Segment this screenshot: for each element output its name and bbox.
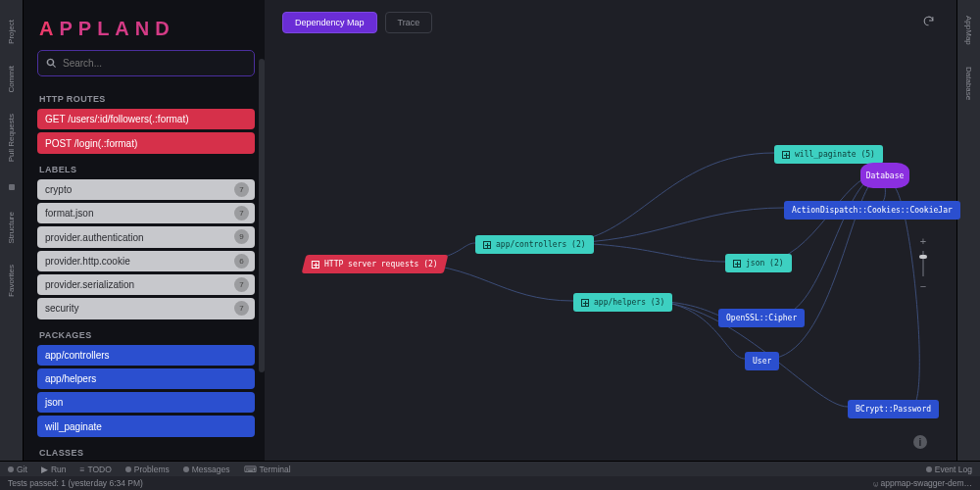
expand-icon — [483, 241, 491, 249]
messages-icon — [183, 466, 189, 472]
tw-todo[interactable]: ≡TODO — [79, 465, 111, 474]
bottom-toolwindows: Git ▶Run ≡TODO Problems Messages ⌨Termin… — [0, 461, 980, 476]
node-paginate[interactable]: will_paginate (5) — [774, 145, 883, 164]
dependency-graph[interactable]: HTTP server requests (2) app/controllers… — [265, 0, 956, 490]
label-item[interactable]: crypto7 — [37, 179, 255, 200]
rail-favorites[interactable]: Favorites — [7, 265, 16, 297]
app-root: Project Commit Pull Requests Structure F… — [0, 0, 980, 490]
package-item[interactable]: will_paginate — [37, 416, 255, 436]
tw-problems[interactable]: Problems — [125, 465, 170, 474]
node-json[interactable]: json (2) — [725, 254, 792, 272]
count-badge: 7 — [234, 277, 249, 292]
node-cipher[interactable]: OpenSSL::Cipher — [718, 309, 805, 327]
node-helpers[interactable]: app/helpers (3) — [573, 293, 672, 312]
rail-database[interactable]: Database — [964, 67, 973, 100]
count-badge: 6 — [234, 254, 249, 269]
expand-icon — [581, 299, 589, 307]
brand-logo: APPLAND — [39, 18, 255, 40]
search-input[interactable] — [63, 58, 246, 69]
route-item[interactable]: POST /login(.:format) — [37, 132, 255, 153]
right-tool-rail: AppMap Database — [956, 0, 980, 490]
labels-header: LABELS — [39, 165, 255, 174]
zoom-slider[interactable] — [922, 251, 924, 276]
tw-terminal[interactable]: ⌨Terminal — [244, 465, 291, 474]
expand-icon — [312, 261, 319, 269]
rail-appmap[interactable]: AppMap — [964, 16, 973, 45]
zoom-control: + − — [917, 235, 929, 292]
sidebar: APPLAND HTTP ROUTES GET /users/:id/follo… — [24, 0, 265, 490]
status-tests: Tests passed: 1 (yesterday 6:34 PM) — [8, 478, 143, 488]
routes-header: HTTP ROUTES — [39, 94, 255, 104]
main-canvas[interactable]: Dependency Map Trace — [265, 0, 956, 490]
tw-messages[interactable]: Messages — [183, 465, 230, 474]
rail-project[interactable]: Project — [7, 20, 16, 44]
package-item[interactable]: app/controllers — [37, 345, 255, 366]
search-box[interactable] — [37, 50, 255, 76]
count-badge: 7 — [234, 301, 249, 316]
node-database[interactable]: Database — [860, 163, 909, 188]
git-icon — [8, 466, 14, 472]
label-item[interactable]: format.json7 — [37, 203, 255, 223]
label-item[interactable]: provider.serialization7 — [37, 274, 255, 295]
label-item[interactable]: provider.http.cookie6 — [37, 251, 255, 271]
zoom-in-button[interactable]: + — [920, 235, 926, 247]
zoom-slider-thumb[interactable] — [919, 255, 927, 259]
tw-eventlog[interactable]: Event Log — [926, 465, 972, 474]
eventlog-icon — [926, 466, 932, 472]
zoom-out-button[interactable]: − — [920, 280, 926, 292]
info-button[interactable]: i — [913, 435, 927, 449]
classes-header: CLASSES — [39, 448, 255, 458]
rail-commit[interactable]: Commit — [7, 66, 16, 93]
rail-structure[interactable]: Structure — [7, 212, 16, 243]
count-badge: 9 — [234, 229, 249, 244]
package-item[interactable]: app/helpers — [37, 368, 255, 389]
search-icon — [46, 55, 57, 73]
count-badge: 7 — [234, 182, 249, 197]
rail-separator — [9, 184, 15, 190]
label-item[interactable]: provider.authentication9 — [37, 226, 255, 247]
status-branch[interactable]: ⍹ appmap-swagger-dem… — [873, 478, 972, 488]
count-badge: 7 — [234, 206, 249, 220]
node-bcrypt[interactable]: BCrypt::Password — [848, 400, 939, 418]
expand-icon — [782, 151, 790, 159]
status-bar: Tests passed: 1 (yesterday 6:34 PM) ⍹ ap… — [0, 476, 980, 490]
rail-pull-requests[interactable]: Pull Requests — [7, 114, 16, 162]
packages-header: PACKAGES — [39, 330, 255, 340]
package-item[interactable]: json — [37, 392, 255, 413]
node-controllers[interactable]: app/controllers (2) — [475, 235, 594, 254]
graph-edges — [265, 0, 956, 461]
left-tool-rail: Project Commit Pull Requests Structure F… — [0, 0, 24, 490]
node-cookiejar[interactable]: ActionDispatch::Cookies::CookieJar — [784, 201, 960, 220]
route-item[interactable]: GET /users/:id/followers(.:format) — [37, 109, 255, 129]
problems-icon — [125, 466, 131, 472]
node-http-root[interactable]: HTTP server requests (2) — [302, 255, 448, 273]
tw-git[interactable]: Git — [8, 465, 27, 474]
tw-run[interactable]: ▶Run — [41, 465, 67, 474]
brand-text: PPLAND — [59, 18, 174, 40]
node-user[interactable]: User — [745, 352, 779, 370]
label-item[interactable]: security7 — [37, 298, 255, 318]
expand-icon — [733, 260, 741, 268]
